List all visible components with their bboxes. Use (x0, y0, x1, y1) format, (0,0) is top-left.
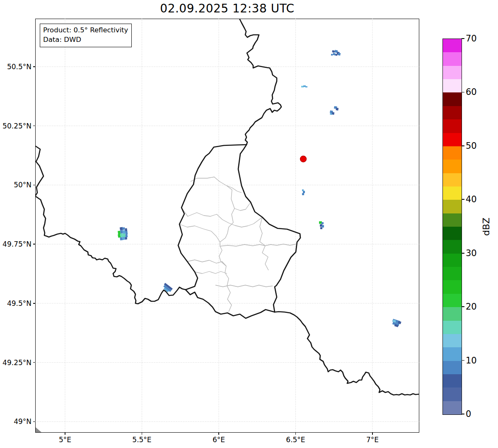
colorbar-tick-mark (462, 414, 464, 414)
y-tick-mark (33, 362, 35, 363)
border-france-belgium (35, 146, 186, 304)
echo-southwest-streak (162, 283, 173, 293)
colorbar-band (443, 254, 462, 267)
colorbar-tick-mark (462, 360, 464, 361)
colorbar-band (443, 79, 462, 92)
colorbar-tick-mark (462, 38, 464, 39)
colorbar-band (443, 387, 462, 401)
product-info-line: Product: 0.5° Reflectivity (43, 25, 128, 35)
radar-site-marker (300, 156, 307, 162)
x-tick-mark (218, 433, 219, 435)
x-tick-label: 6°E (200, 436, 237, 444)
colorbar-tick-label: 50 (466, 140, 477, 151)
x-tick-mark (372, 433, 372, 435)
colorbar-band (443, 119, 462, 133)
y-tick-label: 50°N (0, 181, 31, 189)
data-source-line: Data: DWD (43, 35, 128, 44)
map-canvas (35, 19, 419, 433)
y-tick-label: 49.5°N (0, 299, 31, 308)
radar-echo-layer (117, 49, 401, 328)
colorbar-band (443, 39, 462, 52)
x-tick-mark (142, 433, 142, 435)
y-tick-mark (33, 66, 35, 67)
echo-center-speck (302, 189, 305, 195)
y-tick-label: 49°N (0, 417, 31, 426)
border-luxembourg-east (238, 145, 300, 312)
colorbar-tick-mark (462, 199, 464, 200)
colorbar-band (443, 321, 462, 334)
colorbar-band (443, 173, 462, 186)
y-tick-label: 50.25°N (0, 122, 31, 130)
y-tick-mark (33, 244, 35, 244)
colorbar-band (443, 92, 462, 106)
border-luxembourg-south (186, 290, 275, 318)
product-info-box: Product: 0.5° Reflectivity Data: DWD (40, 24, 132, 47)
colorbar-band (443, 52, 462, 65)
colorbar-band (443, 240, 462, 253)
colorbar-tick-mark (462, 306, 464, 307)
colorbar-tick-label: 60 (466, 87, 477, 97)
border-luxembourg-west (178, 145, 247, 290)
colorbar-band (443, 133, 462, 146)
echo-east (329, 106, 339, 116)
colorbar-band (443, 294, 462, 307)
colorbar-unit-label: dBZ (474, 214, 498, 239)
y-tick-mark (33, 303, 35, 303)
colorbar-tick-label: 70 (466, 33, 477, 44)
colorbar-band (443, 227, 462, 240)
radar-figure: 02.09.2025 12:38 UTC (0, 0, 498, 448)
colorbar-tick-label: 20 (466, 301, 477, 312)
colorbar-band (443, 106, 462, 119)
y-tick-label: 49.25°N (0, 358, 31, 367)
colorbar-tick-label: 40 (466, 194, 477, 205)
reflectivity-colorbar (442, 39, 462, 415)
colorbar-band (443, 307, 462, 320)
echo-southeast-patch (391, 319, 401, 328)
colorbar-band (443, 146, 462, 160)
y-tick-mark (33, 421, 35, 422)
colorbar-band (443, 213, 462, 227)
echo-northeast-dash (301, 85, 307, 87)
colorbar-band (443, 186, 462, 200)
y-tick-label: 49.75°N (0, 240, 31, 248)
figure-title: 02.09.2025 12:38 UTC (35, 2, 419, 15)
colorbar-band (443, 334, 462, 347)
colorbar-band (443, 401, 462, 414)
colorbar-band (443, 200, 462, 213)
x-tick-mark (65, 433, 65, 435)
colorbar-tick-label: 0 (466, 409, 471, 419)
y-tick-label: 50.5°N (0, 63, 31, 71)
echo-west-cluster (117, 226, 128, 240)
colorbar-tick-mark (462, 253, 464, 254)
y-tick-mark (33, 126, 35, 126)
colorbar-tick-label: 10 (466, 355, 477, 366)
x-tick-label: 6.5°E (277, 436, 314, 444)
corner-land-patch (36, 427, 41, 432)
echo-east-green (319, 221, 324, 229)
colorbar-band (443, 160, 462, 173)
y-tick-mark (33, 185, 35, 185)
x-tick-mark (295, 433, 296, 435)
x-tick-label: 5.5°E (123, 436, 160, 444)
colorbar-band (443, 280, 462, 293)
x-tick-label: 7°E (354, 436, 391, 444)
colorbar-band (443, 66, 462, 79)
colorbar-band (443, 267, 462, 280)
x-tick-label: 5°E (46, 436, 84, 444)
colorbar-tick-label: 30 (466, 248, 477, 259)
radar-site-marker-layer (300, 156, 307, 162)
colorbar-band (443, 347, 462, 361)
colorbar-tick-mark (462, 92, 464, 93)
colorbar-tick-mark (462, 145, 464, 146)
colorbar-band (443, 374, 462, 387)
colorbar-band (443, 361, 462, 374)
echo-north-northeast (331, 49, 341, 57)
grid-layer (35, 19, 419, 433)
country-borders (35, 19, 419, 395)
